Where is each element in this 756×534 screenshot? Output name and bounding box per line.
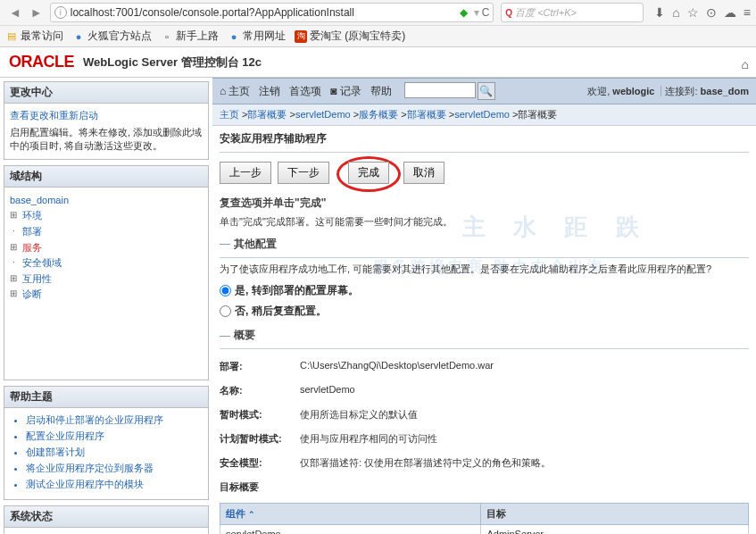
change-center-text: 启用配置编辑。将来在修改, 添加或删除此域中的项目时, 将自动激活这些更改。 [10,126,203,154]
radio-yes[interactable] [220,285,231,296]
change-center-header: 更改中心 [4,82,208,104]
value-planmode: 使用与应用程序相同的可访问性 [300,432,749,446]
browser-toolbar-icons: ⬇ ⌂ ☆ ⊙ ☁ ≡ [654,5,751,20]
toolbar-search-input[interactable] [404,82,476,98]
col-target: 目标 [481,504,749,525]
col-component[interactable]: 组件 ⌃ [220,504,481,525]
toolbar-logout[interactable]: 注销 [259,84,280,99]
crumb-1[interactable]: 部署概要 [247,109,287,120]
label-name: 名称: [220,384,300,397]
section-overview-title: —概要 [220,328,749,343]
system-status-panel: 系统状态 正在运行的服务器的健康状况 失败 (0) Critical (0) [4,505,209,534]
tree-security[interactable]: 安全领域 [10,255,203,271]
value-security: 仅部署描述符: 仅使用在部署描述符中定义的角色和策略。 [300,456,749,470]
refresh-icon[interactable]: C [482,6,490,19]
toolbar-prefs[interactable]: 首选项 [289,84,321,99]
label-security: 安全模型: [220,456,300,470]
header-home-icon[interactable]: ⌂ [738,54,752,75]
finish-button[interactable]: 完成 [348,162,389,184]
globe-icon: ● [72,30,85,43]
nav-arrows: ◄ ► [5,4,46,21]
help-link-2[interactable]: 配置企业应用程序 [26,430,203,443]
bookmark-common[interactable]: ●常用网址 [228,29,286,44]
label-planmode: 计划暂时模式: [220,432,300,446]
tree-interop[interactable]: 互用性 [10,271,203,288]
sort-icon: ⌃ [248,510,255,519]
cell-target: AdminServer [481,525,749,535]
home-icon[interactable]: ⌂ [672,5,679,20]
forward-arrow[interactable]: ► [27,4,46,21]
domain-structure-header: 域结构 [4,166,208,188]
toolbar-search: 🔍 [404,82,495,100]
crumb-3[interactable]: 服务概要 [359,109,398,120]
bookmark-firefox[interactable]: ●火狐官方站点 [72,29,152,44]
radio-yes-row: 是, 转到部署的配置屏幕。 [220,283,749,298]
oracle-header: ORACLE WebLogic Server 管理控制台 12c ⌂ [0,47,756,78]
cancel-button[interactable]: 取消 [403,162,444,184]
radio-no[interactable] [220,305,231,317]
view-changes-link[interactable]: 查看更改和重新启动 [10,109,203,122]
help-link-4[interactable]: 将企业应用程序定位到服务器 [26,462,203,475]
breadcrumb: 主页 >部署概要 >servletDemo >服务概要 >部署概要 >servl… [212,104,756,126]
home-icon: ⌂ [220,85,226,97]
domain-structure-panel: 域结构 base_domain 环境 部署 服务 安全领域 互用性 诊断 [4,165,209,380]
record-icon: ◙ [330,85,336,97]
shield-icon[interactable]: ◆ [460,6,468,19]
oracle-logo: ORACLE [9,53,74,71]
tree-root[interactable]: base_domain [10,193,203,209]
value-deploy: C:\Users\ZhangQi\Desktop\servletDemo.war [300,360,749,373]
crumb-6: 部署概要 [518,109,557,120]
site-identity-icon[interactable]: i [54,6,67,19]
bookmark-newbie[interactable]: ▫新手上路 [161,29,219,44]
section-other-title: —其他配置 [220,237,749,252]
section-other-desc: 为了使该应用程序成功地工作, 可能需要对其进行其他配置。是否要在完成此辅助程序之… [220,262,749,277]
help-panel: 帮助主题 启动和停止部署的企业应用程序 配置企业应用程序 创建部署计划 将企业应… [4,386,209,500]
toolbar-home[interactable]: ⌂主页 [220,84,250,99]
toolbar-help[interactable]: 帮助 [370,84,392,99]
radio-yes-label: 是, 转到部署的配置屏幕。 [235,283,359,298]
target-table: 组件 ⌃ 目标 servletDemo AdminServer [220,503,749,534]
help-link-5[interactable]: 测试企业应用程序中的模块 [26,478,203,491]
bookmark-aitaobao[interactable]: 淘爱淘宝 (原淘宝特卖) [295,29,405,44]
browser-search-box[interactable]: Q 百度 <Ctrl+K> [501,3,644,22]
label-deploy: 部署: [220,360,300,373]
right-column: ⌂主页 注销 首选项 ◙记录 帮助 🔍 欢迎, weblogic 连接到: ba… [212,78,756,534]
toolbar-search-button[interactable]: 🔍 [478,82,495,100]
tree-environment[interactable]: 环境 [10,208,203,224]
crumb-5[interactable]: servletDemo [454,109,510,120]
crumb-4[interactable]: 部署概要 [407,109,446,120]
bookmark-star-icon[interactable]: ☆ [687,5,699,20]
help-header: 帮助主题 [4,387,208,408]
chat-icon[interactable]: ☁ [724,5,736,20]
back-arrow[interactable]: ◄ [5,4,25,21]
crumb-home[interactable]: 主页 [220,109,239,120]
help-link-1[interactable]: 启动和停止部署的企业应用程序 [26,413,203,427]
label-target: 目标概要 [220,480,300,494]
back-button[interactable]: 上一步 [220,162,271,184]
tree-services[interactable]: 服务 [10,240,203,256]
help-link-3[interactable]: 创建部署计划 [26,446,203,459]
download-icon[interactable]: ⬇ [654,5,665,20]
change-center-panel: 更改中心 查看更改和重新启动 启用配置编辑。将来在修改, 添加或删除此域中的项目… [4,81,209,160]
label-tempmode: 暂时模式: [220,408,300,421]
bookmark-most-visited[interactable]: ▤最常访问 [5,29,63,44]
console-title: WebLogic Server 管理控制台 12c [83,54,262,71]
separator: ▾ [474,6,479,19]
finish-highlight: 完成 [336,156,401,192]
table-row: servletDemo AdminServer [220,525,749,535]
sync-icon[interactable]: ⊙ [706,5,717,20]
tree-deployments[interactable]: 部署 [10,224,203,240]
next-button[interactable]: 下一步 [278,162,329,184]
page-icon: ▫ [161,30,173,43]
browser-url-bar: ◄ ► i localhost:7001/console/console.por… [0,0,756,26]
overview-table: 部署:C:\Users\ZhangQi\Desktop\servletDemo.… [220,355,749,499]
search-engine-icon: Q [505,8,512,18]
bookmark-bar: ▤最常访问 ●火狐官方站点 ▫新手上路 ●常用网址 淘爱淘宝 (原淘宝特卖) [0,26,756,47]
toolbar-record[interactable]: ◙记录 [330,84,361,99]
menu-icon[interactable]: ≡ [744,5,751,20]
url-field[interactable]: i localhost:7001/console/console.portal?… [50,3,494,22]
tree-diagnostics[interactable]: 诊断 [10,287,203,303]
system-status-header: 系统状态 [4,506,208,528]
section-review-desc: 单击"完成"完成部署。这可能需要一些时间才能完成。 [220,214,749,229]
crumb-2[interactable]: servletDemo [295,109,351,120]
